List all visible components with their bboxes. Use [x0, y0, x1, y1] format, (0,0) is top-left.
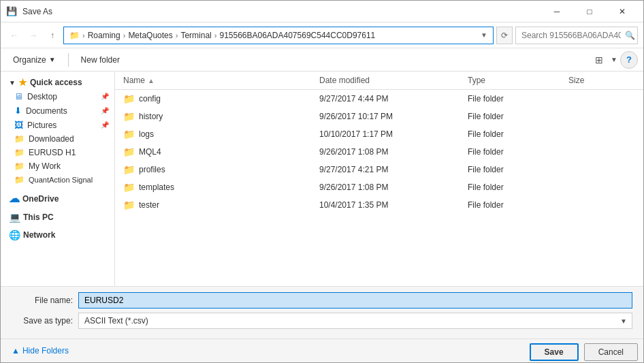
pin-icon-pics: 📌 [101, 121, 109, 129]
organize-button[interactable]: Organize ▼ [6, 51, 63, 69]
file-list-header: Name ▲ Date modified Type Size [115, 72, 643, 90]
table-row[interactable]: 📁 tester 10/4/2017 1:35 PM File folder [115, 196, 643, 214]
file-size-cell [566, 186, 638, 189]
title-bar: 💾 Save As ─ □ ✕ [1, 1, 643, 22]
hide-folders-button[interactable]: ▲ Hide Folders [6, 343, 74, 358]
path-roaming: Roaming [88, 31, 120, 40]
downloaded-label: Downloaded [29, 134, 74, 144]
address-path[interactable]: 📁 › Roaming › MetaQuotes › Terminal › 91… [63, 27, 494, 44]
sidebar-item-pictures[interactable]: 🖼 Pictures 📌 [1, 118, 114, 132]
filename-row: File name: [12, 292, 632, 309]
network-icon: 🌐 [9, 230, 20, 240]
folder-icon: 📁 [123, 111, 135, 122]
help-button[interactable]: ? [620, 51, 638, 69]
table-row[interactable]: 📁 MQL4 9/26/2017 1:08 PM File folder [115, 143, 643, 161]
network-item[interactable]: 🌐 Network [1, 227, 114, 242]
quantaction-label: QuantAction Signal [29, 176, 93, 184]
sidebar-item-downloaded[interactable]: 📁 Downloaded [1, 132, 114, 146]
cancel-button[interactable]: Cancel [584, 343, 638, 361]
table-row[interactable]: 📁 history 9/26/2017 10:17 PM File folder [115, 108, 643, 125]
table-row[interactable]: 📁 config 9/27/2017 4:44 PM File folder [115, 90, 643, 108]
back-button[interactable]: ← [6, 27, 22, 44]
folder-icon: 📁 [123, 146, 135, 157]
table-row[interactable]: 📁 profiles 9/27/2017 4:21 PM File folder [115, 161, 643, 178]
folder-icon: 📁 [123, 200, 135, 210]
file-name-cell: 📁 profiles [120, 163, 317, 176]
this-pc-item[interactable]: 💻 This PC [1, 209, 114, 224]
file-date-cell: 9/26/2017 1:08 PM [317, 181, 465, 193]
quick-access-label: Quick access [30, 78, 82, 87]
file-name-cell: 📁 config [120, 92, 317, 106]
main-content: ▼ ★ Quick access 🖥 Desktop 📌 ⬇ Documents… [1, 72, 643, 286]
new-folder-button[interactable]: New folder [74, 51, 127, 69]
search-button[interactable]: 🔍 [625, 31, 635, 40]
organize-label: Organize [13, 55, 46, 65]
file-date-cell: 9/27/2017 4:21 PM [317, 163, 465, 176]
file-type-cell: File folder [465, 110, 566, 123]
save-as-type-select[interactable]: ASCII Text (*.csv) CSV (*.csv) Text (*.t… [78, 313, 632, 329]
filename-input[interactable] [78, 292, 632, 309]
file-size-cell [566, 151, 638, 153]
desktop-label: Desktop [27, 92, 57, 101]
file-name-cell: 📁 templates [120, 180, 317, 194]
up-button[interactable]: ↑ [44, 27, 61, 44]
folder-icon: 📁 [123, 93, 135, 104]
sidebar-item-desktop[interactable]: 🖥 Desktop 📌 [1, 89, 114, 104]
table-row[interactable]: 📁 templates 9/26/2017 1:08 PM File folde… [115, 178, 643, 196]
refresh-button[interactable]: ⟳ [496, 27, 513, 44]
onedrive-section: ☁ OneDrive [1, 189, 114, 206]
file-size-cell [566, 115, 638, 118]
new-folder-label: New folder [81, 55, 120, 65]
eurusd-label: EURUSD H1 [29, 148, 76, 157]
quick-access-header[interactable]: ▼ ★ Quick access [1, 74, 114, 89]
sidebar-item-documents[interactable]: ⬇ Documents 📌 [1, 104, 114, 118]
path-metaquotes: MetaQuotes [128, 31, 172, 40]
toolbar: Organize ▼ New folder ⊞ ▼ ? [1, 48, 643, 72]
onedrive-icon: ☁ [9, 192, 20, 205]
file-size-cell [566, 204, 638, 206]
downloaded-folder-icon: 📁 [14, 134, 25, 144]
file-date-cell: 9/26/2017 1:08 PM [317, 146, 465, 158]
bottom-section: File name: Save as type: ASCII Text (*.c… [1, 286, 643, 338]
onedrive-label: OneDrive [22, 194, 59, 204]
hide-folders-label: Hide Folders [22, 346, 69, 356]
pin-icon: 📌 [101, 93, 109, 100]
save-button[interactable]: Save [530, 343, 579, 361]
column-name-header[interactable]: Name ▲ [120, 74, 317, 86]
path-folder-icon: 📁 [69, 31, 80, 40]
file-type-cell: File folder [465, 163, 566, 176]
path-dropdown-button[interactable]: ▼ [481, 31, 487, 39]
folder-icon: 📁 [123, 164, 135, 175]
onedrive-item[interactable]: ☁ OneDrive [1, 189, 114, 206]
pictures-icon: 🖼 [14, 120, 23, 130]
close-button[interactable]: ✕ [607, 1, 638, 22]
maximize-button[interactable]: □ [574, 1, 605, 22]
path-guid: 915566BA06ADA407569C544CC0D97611 [219, 31, 375, 40]
save-as-type-row: Save as type: ASCII Text (*.csv) CSV (*.… [12, 313, 632, 329]
sidebar-item-eurusd[interactable]: 📁 EURUSD H1 [1, 146, 114, 159]
save-as-dialog: 💾 Save As ─ □ ✕ ← → ↑ 📁 › Roaming › Meta… [0, 0, 644, 363]
table-row[interactable]: 📁 logs 10/10/2017 1:17 PM File folder [115, 125, 643, 143]
column-size-header: Size [566, 74, 638, 86]
file-size-cell [566, 168, 638, 171]
view-button[interactable]: ⊞ [590, 51, 608, 69]
title-bar-left: 💾 Save As [6, 6, 52, 16]
eurusd-folder-icon: 📁 [14, 148, 25, 157]
toolbar-separator [68, 53, 69, 67]
star-icon: ★ [18, 77, 27, 88]
column-type-header: Type [465, 74, 566, 86]
save-as-type-wrapper: ASCII Text (*.csv) CSV (*.csv) Text (*.t… [78, 313, 632, 329]
my-work-folder-icon: 📁 [14, 161, 25, 171]
desktop-icon: 🖥 [14, 91, 23, 101]
sidebar-item-my-work[interactable]: 📁 My Work [1, 159, 114, 173]
sidebar: ▼ ★ Quick access 🖥 Desktop 📌 ⬇ Documents… [1, 72, 115, 286]
minimize-button[interactable]: ─ [541, 1, 573, 22]
forward-button[interactable]: → [25, 27, 42, 44]
file-date-cell: 10/4/2017 1:35 PM [317, 199, 465, 211]
search-input[interactable] [515, 27, 638, 44]
documents-label: Documents [26, 106, 67, 116]
search-wrapper: 🔍 [515, 27, 638, 44]
column-date-header: Date modified [317, 74, 465, 86]
file-type-cell: File folder [465, 128, 566, 140]
sidebar-item-quantaction[interactable]: 📁 QuantAction Signal [1, 173, 114, 187]
